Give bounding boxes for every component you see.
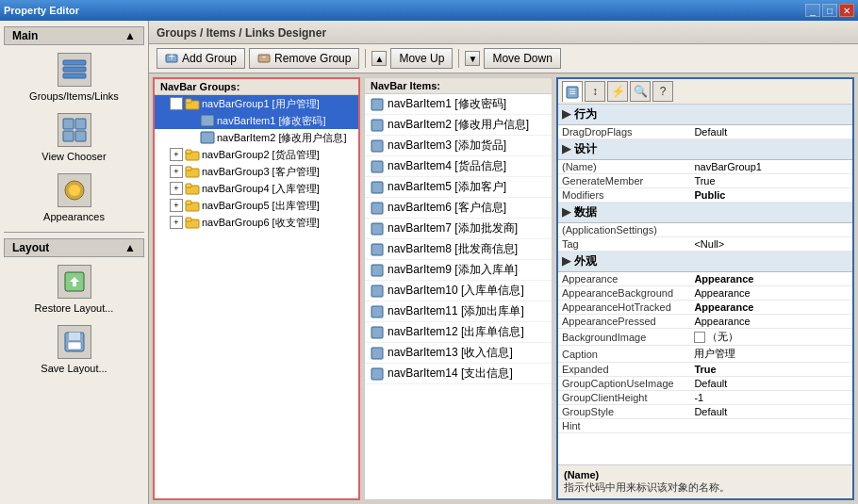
properties-table: ▶行为 DragDropFlags Default ▶设计 (Name) nav… [558, 105, 852, 433]
prop-groupclientheight[interactable]: GroupClientHeight -1 [558, 391, 852, 405]
expand-icon-6[interactable]: + [170, 216, 183, 229]
sidebar-item-appearances[interactable]: Appearances [0, 168, 148, 228]
list-item[interactable]: navBarItem14 [支出信息] [365, 364, 552, 384]
category-data[interactable]: ▶数据 [558, 203, 852, 223]
tree-group6[interactable]: + navBarGroup6 [收支管理] [155, 214, 358, 231]
props-tab-events[interactable]: ⚡ [607, 81, 628, 102]
sidebar-item-view-chooser[interactable]: View Chooser [0, 107, 148, 168]
list-item[interactable]: navBarItem5 [添加客户] [365, 177, 552, 198]
prop-modifiers[interactable]: Modifiers Public [558, 188, 852, 203]
item-icon-5 [371, 181, 384, 194]
item-icon-7 [371, 222, 384, 236]
svg-text:?: ? [660, 85, 667, 98]
items-panel[interactable]: NavBar Items: navBarItem1 [修改密码] navBarI… [364, 77, 553, 500]
tree-item1[interactable]: navBarItem1 [修改密码] [155, 112, 358, 129]
view-icon [58, 113, 91, 147]
svg-rect-2 [63, 73, 86, 78]
window-controls[interactable]: _ □ ✕ [805, 4, 854, 17]
sidebar-item-restore-layout[interactable]: Restore Layout... [0, 259, 148, 319]
list-item[interactable]: navBarItem13 [收入信息] [365, 343, 552, 364]
list-item[interactable]: navBarItem8 [批发商信息] [365, 239, 552, 260]
expand-icon[interactable]: - [170, 97, 183, 110]
svg-rect-28 [186, 201, 191, 204]
item-icon-11 [371, 305, 384, 318]
tree-group5[interactable]: + navBarGroup5 [出库管理] [155, 197, 358, 214]
prop-generatemember[interactable]: GenerateMember True [558, 174, 852, 188]
category-behavior[interactable]: ▶行为 [558, 105, 852, 125]
remove-group-button[interactable]: - Remove Group [249, 48, 359, 69]
tree-group2[interactable]: + navBarGroup2 [货品管理] [155, 146, 358, 163]
props-tab-help[interactable]: ? [652, 81, 673, 102]
tree-group1[interactable]: - navBarGroup1 [用户管理] [155, 95, 358, 112]
svg-rect-35 [371, 182, 383, 193]
prop-appearance[interactable]: Appearance Appearance [558, 272, 852, 286]
title-bar: Property Editor _ □ ✕ [0, 0, 858, 21]
maximize-button[interactable]: □ [822, 4, 837, 17]
sidebar-item-save-layout[interactable]: Save Layout... [0, 319, 148, 380]
svg-rect-20 [201, 132, 214, 143]
tree-group4[interactable]: + navBarGroup4 [入库管理] [155, 180, 358, 197]
list-item[interactable]: navBarItem6 [客户信息] [365, 198, 552, 219]
list-item[interactable]: navBarItem4 [货品信息] [365, 156, 552, 177]
prop-appearance-hot[interactable]: AppearanceHotTracked Appearance [558, 301, 852, 315]
tree-item2[interactable]: navBarItem2 [修改用户信息] [155, 129, 358, 146]
svg-rect-34 [371, 161, 383, 172]
expand-icon-5[interactable]: + [170, 199, 183, 212]
prop-expanded[interactable]: Expanded True [558, 363, 852, 377]
list-item[interactable]: navBarItem12 [出库单信息] [365, 322, 552, 343]
svg-rect-4 [75, 119, 86, 129]
svg-rect-38 [371, 244, 383, 255]
category-design[interactable]: ▶设计 [558, 139, 852, 160]
svg-rect-0 [63, 60, 86, 65]
props-tab-sorted[interactable]: ↕ [585, 81, 605, 102]
prop-name[interactable]: (Name) navBarGroup1 [558, 160, 852, 174]
groups-items-links-label: Groups/Items/Links [29, 90, 119, 102]
list-item[interactable]: navBarItem2 [修改用户信息] [365, 115, 552, 136]
props-toolbar: ≡ ↕ ⚡ 🔍 ? [558, 79, 852, 105]
list-item[interactable]: navBarItem7 [添加批发商] [365, 219, 552, 239]
list-item[interactable]: navBarItem1 [修改密码] [365, 94, 552, 115]
status-prop-desc: 指示代码中用来标识该对象的名称。 [564, 480, 847, 495]
expand-icon-4[interactable]: + [170, 182, 183, 195]
sidebar-main-header[interactable]: Main ▲ [4, 26, 144, 45]
expand-icon-2[interactable]: + [170, 148, 183, 161]
prop-groupcaption[interactable]: GroupCaptionUseImage Default [558, 377, 852, 391]
item-icon-10 [371, 285, 384, 298]
prop-appearance-pressed[interactable]: AppearancePressed Appearance [558, 315, 852, 329]
prop-bg-image[interactable]: BackgroundImage （无） [558, 329, 852, 346]
add-group-button[interactable]: + Add Group [157, 48, 245, 69]
prop-groupstyle[interactable]: GroupStyle Default [558, 405, 852, 419]
prop-appearance-bg[interactable]: AppearanceBackground Appearance [558, 286, 852, 301]
svg-text:🔍: 🔍 [634, 85, 647, 98]
prop-hint[interactable]: Hint [558, 419, 852, 433]
move-down-arrow[interactable]: ▼ [465, 51, 480, 66]
sidebar-item-groups-items-links[interactable]: Groups/Items/Links [0, 47, 148, 107]
props-tab-alphabetical[interactable]: ≡ [562, 81, 583, 102]
svg-rect-18 [186, 99, 191, 103]
move-down-button[interactable]: Move Down [484, 48, 560, 69]
sidebar-layout-header[interactable]: Layout ▲ [4, 238, 144, 257]
svg-rect-5 [63, 131, 74, 141]
list-item[interactable]: navBarItem10 [入库单信息] [365, 281, 552, 301]
tree-group3[interactable]: + navBarGroup3 [客户管理] [155, 163, 358, 180]
prop-dragdropflags[interactable]: DragDropFlags Default [558, 125, 852, 139]
minimize-button[interactable]: _ [805, 4, 820, 17]
close-button[interactable]: ✕ [839, 4, 854, 17]
move-up-button[interactable]: Move Up [390, 48, 453, 69]
category-appearance[interactable]: ▶外观 [558, 252, 852, 272]
prop-appsettings[interactable]: (ApplicationSettings) [558, 223, 852, 237]
appear-icon [58, 173, 91, 207]
props-tab-filter[interactable]: 🔍 [630, 81, 651, 102]
groups-panel[interactable]: NavBar Groups: - navBarGroup1 [用户管理] [153, 77, 360, 500]
list-item[interactable]: navBarItem9 [添加入库单] [365, 260, 552, 281]
list-item[interactable]: navBarItem3 [添加货品] [365, 136, 552, 156]
move-up-arrow[interactable]: ▲ [371, 51, 387, 66]
prop-tag[interactable]: Tag <Null> [558, 237, 852, 252]
restore-icon [58, 265, 91, 299]
item-icon-3 [371, 139, 384, 153]
expand-icon-3[interactable]: + [170, 165, 183, 178]
items-panel-header: NavBar Items: [365, 78, 552, 94]
view-chooser-label: View Chooser [41, 151, 106, 162]
list-item[interactable]: navBarItem11 [添加出库单] [365, 301, 552, 322]
prop-caption[interactable]: Caption 用户管理 [558, 346, 852, 363]
